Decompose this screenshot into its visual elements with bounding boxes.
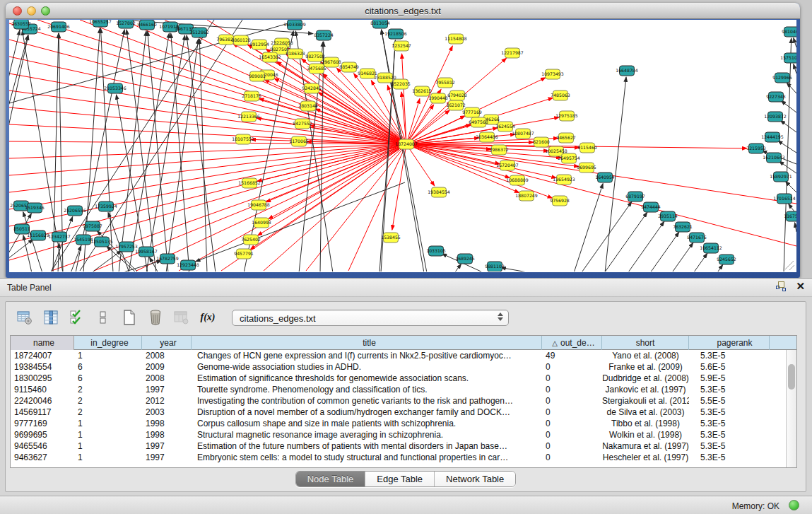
graph-node[interactable]: 11154808 bbox=[445, 34, 467, 44]
graph-edge[interactable] bbox=[795, 223, 796, 232]
network-view-window[interactable]: citations_edges.txt 24055724206914062630… bbox=[6, 3, 800, 278]
graph-edge[interactable] bbox=[166, 39, 199, 271]
column-header-in_degree[interactable]: in_degree bbox=[74, 336, 142, 350]
graph-node[interactable]: 1990448 bbox=[428, 93, 448, 103]
graph-node[interactable]: 9699695 bbox=[577, 163, 596, 173]
show-columns-icon[interactable] bbox=[42, 308, 60, 327]
function-builder-icon[interactable]: f(x) bbox=[199, 308, 217, 327]
graph-node[interactable]: 8427552 bbox=[293, 119, 312, 129]
graph-edge[interactable] bbox=[199, 39, 207, 271]
graph-edge[interactable] bbox=[454, 264, 461, 271]
graph-node[interactable]: 15892971 bbox=[770, 172, 792, 182]
graph-node[interactable]: 9474444 bbox=[641, 202, 661, 212]
graph-node[interactable]: 1170065 bbox=[289, 136, 309, 146]
graph-node[interactable]: 1640993 bbox=[252, 218, 271, 228]
graph-node[interactable]: 16033809 bbox=[283, 20, 306, 30]
tab-edge-table[interactable]: Edge Table bbox=[365, 472, 435, 486]
graph-edge[interactable] bbox=[402, 54, 406, 144]
network-window-titlebar[interactable]: citations_edges.txt bbox=[6, 3, 800, 19]
graph-node[interactable]: 10807487 bbox=[512, 129, 534, 139]
graph-node[interactable]: 9810463 bbox=[782, 27, 796, 37]
graph-edge[interactable] bbox=[591, 212, 647, 271]
graph-node[interactable]: 1033105 bbox=[426, 246, 446, 256]
graph-node[interactable]: 621600 bbox=[533, 137, 550, 147]
table-row[interactable]: 1872400712008Changes of HCN gene express… bbox=[11, 350, 796, 361]
column-header-pagerank[interactable]: pagerank bbox=[689, 336, 770, 350]
graph-node[interactable]: 9465627 bbox=[556, 133, 576, 143]
graph-node[interactable]: 8854749 bbox=[339, 62, 359, 72]
graph-edge[interactable] bbox=[406, 110, 449, 144]
graph-node[interactable]: 3624554 bbox=[495, 122, 515, 132]
graph-node[interactable]: 9129966 bbox=[772, 73, 792, 83]
import-table-icon[interactable] bbox=[172, 308, 191, 327]
graph-node[interactable]: 15751074 bbox=[780, 53, 796, 63]
graph-node[interactable]: 8912954 bbox=[249, 40, 269, 49]
column-header-short[interactable]: short bbox=[602, 336, 689, 350]
table-row[interactable]: 1456911722003Disruption of a novel membe… bbox=[11, 407, 796, 418]
graph-node[interactable]: 2935114 bbox=[658, 211, 678, 221]
graph-edge[interactable] bbox=[778, 141, 796, 153]
column-header-year[interactable]: year bbox=[142, 336, 192, 350]
graph-node[interactable]: 6497568 bbox=[469, 117, 488, 127]
graph-node[interactable]: 7512862 bbox=[189, 28, 209, 37]
graph-node[interactable]: 11156829 bbox=[27, 230, 49, 240]
select-all-columns-icon[interactable] bbox=[68, 308, 86, 327]
graph-edge[interactable] bbox=[23, 212, 42, 271]
graph-edge[interactable] bbox=[119, 31, 146, 271]
graph-edge[interactable] bbox=[574, 184, 603, 271]
graph-node[interactable]: 9881103 bbox=[485, 262, 505, 271]
graph-edge[interactable] bbox=[100, 28, 113, 271]
graph-node[interactable]: 12444195 bbox=[761, 132, 784, 142]
table-mode-icon[interactable] bbox=[16, 308, 34, 327]
graph-edge[interactable] bbox=[789, 265, 794, 270]
graph-edge[interactable] bbox=[9, 144, 406, 260]
graph-edge[interactable] bbox=[637, 243, 693, 271]
graph-node[interactable]: 10688809 bbox=[506, 175, 529, 185]
tab-node-table[interactable]: Node Table bbox=[296, 472, 366, 486]
graph-node[interactable]: 1621072 bbox=[446, 100, 466, 110]
graph-node[interactable]: 2718176 bbox=[242, 91, 261, 101]
graph-edge[interactable] bbox=[9, 30, 20, 271]
graph-node[interactable]: 7632621 bbox=[673, 222, 693, 232]
graph-node[interactable]: 989081 bbox=[249, 71, 266, 81]
table-row[interactable]: 1830029562008Estimation of significance … bbox=[11, 373, 796, 384]
graph-edge[interactable] bbox=[91, 250, 122, 271]
graph-edge[interactable] bbox=[392, 144, 406, 230]
graph-node[interactable]: 15166852 bbox=[238, 178, 261, 188]
graph-edge[interactable] bbox=[320, 42, 324, 271]
graph-node[interactable]: 10655257 bbox=[89, 20, 112, 27]
graph-node[interactable]: 9756928 bbox=[550, 196, 570, 206]
graph-edge[interactable] bbox=[501, 268, 531, 271]
graph-node[interactable]: 9227343 bbox=[766, 92, 786, 102]
graph-node[interactable]: 12975185 bbox=[555, 111, 578, 121]
graph-edge[interactable] bbox=[406, 144, 796, 246]
graph-node[interactable]: 16210643 bbox=[763, 153, 785, 163]
delete-table-icon[interactable] bbox=[146, 308, 165, 327]
graph-node[interactable]: 8813054 bbox=[370, 20, 390, 28]
graph-node[interactable]: 12342737 bbox=[48, 232, 71, 242]
table-row[interactable]: 946554611997Estimation of the future num… bbox=[11, 440, 796, 452]
graph-node[interactable]: 21053346 bbox=[104, 83, 126, 93]
rows-icon[interactable] bbox=[94, 308, 112, 327]
graph-node[interactable]: 17016514 bbox=[773, 194, 796, 204]
graph-node[interactable]: 8860128 bbox=[231, 35, 251, 45]
graph-node[interactable]: 8186328 bbox=[286, 49, 305, 59]
graph-node[interactable]: 10654112 bbox=[700, 243, 722, 253]
graph-edge[interactable] bbox=[136, 144, 406, 271]
graph-edge[interactable] bbox=[80, 20, 242, 271]
graph-edge[interactable] bbox=[348, 144, 406, 271]
graph-node[interactable]: 6879197 bbox=[625, 192, 645, 201]
graph-node[interactable]: 9975887 bbox=[83, 221, 102, 231]
graph-node[interactable]: 8471676 bbox=[687, 233, 707, 243]
graph-node[interactable]: 17359924 bbox=[95, 201, 117, 211]
graph-node[interactable]: 19384554 bbox=[428, 187, 450, 197]
graph-node[interactable]: 12505135 bbox=[90, 237, 113, 247]
graph-node[interactable]: 12217987 bbox=[501, 48, 524, 58]
graph-node[interactable]: 1538455 bbox=[381, 233, 401, 243]
graph-node[interactable]: 16782759 bbox=[156, 254, 179, 264]
graph-edge[interactable] bbox=[575, 201, 632, 271]
column-header-out_de[interactable]: △out_de… bbox=[542, 336, 602, 350]
graph-edge[interactable] bbox=[794, 64, 796, 74]
graph-node[interactable]: 3215953 bbox=[746, 144, 766, 153]
graph-node[interactable]: 1640954 bbox=[595, 173, 615, 182]
